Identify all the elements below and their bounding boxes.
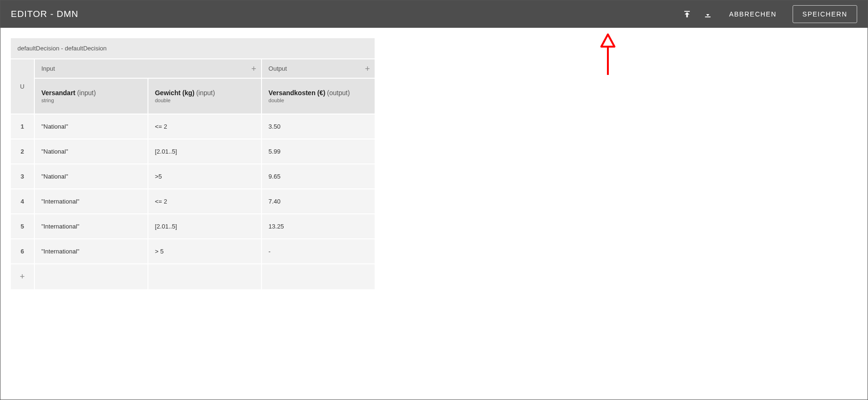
rule-cell[interactable]: -: [262, 239, 375, 263]
input-col-0-name: Versandart: [41, 89, 75, 97]
rule-cell[interactable]: 9.65: [262, 164, 375, 188]
output-group-label: Output: [269, 65, 287, 72]
rule-cell[interactable]: "National": [35, 139, 147, 163]
output-group-header: Output +: [262, 59, 375, 78]
rule-cell[interactable]: >5: [148, 164, 261, 188]
table-row: 3"National">59.65: [11, 164, 375, 188]
add-input-column-icon[interactable]: +: [251, 65, 256, 73]
rule-row-number[interactable]: 4: [11, 189, 34, 213]
output-col-0-kind: (output): [327, 89, 350, 97]
output-col-0-name: Versandkosten (€): [269, 89, 326, 97]
rule-cell[interactable]: 3.50: [262, 114, 375, 139]
input-col-0-kind: (input): [77, 89, 96, 97]
input-col-0-type: string: [41, 98, 141, 103]
rule-cell[interactable]: <= 2: [148, 114, 261, 139]
decision-table: defaultDecision - defaultDecision U Inpu…: [10, 37, 376, 290]
rule-cell[interactable]: "National": [35, 164, 147, 188]
rule-row-number[interactable]: 1: [11, 114, 34, 139]
table-row: 6"International"> 5-: [11, 239, 375, 263]
rule-cell[interactable]: "International": [35, 214, 147, 238]
input-group-label: Input: [41, 65, 55, 72]
add-rule-cell-1: [148, 264, 261, 289]
input-col-1-header[interactable]: Gewicht (kg) (input) double: [148, 79, 261, 114]
rule-row-number[interactable]: 5: [11, 214, 34, 238]
cancel-button[interactable]: ABBRECHEN: [723, 6, 782, 23]
rule-cell[interactable]: 13.25: [262, 214, 375, 238]
rule-cell[interactable]: [2.01..5]: [148, 139, 261, 163]
output-col-0-header[interactable]: Versandkosten (€) (output) double: [262, 79, 375, 114]
rule-cell[interactable]: [2.01..5]: [148, 214, 261, 238]
input-col-0-header[interactable]: Versandart (input) string: [35, 79, 147, 114]
rule-cell[interactable]: "International": [35, 189, 147, 213]
table-row: 1"National"<= 23.50: [11, 114, 375, 139]
rule-cell[interactable]: 7.40: [262, 189, 375, 213]
download-icon[interactable]: [703, 9, 713, 19]
header-actions: ABBRECHEN SPEICHERN: [682, 5, 857, 23]
rule-cell[interactable]: "International": [35, 239, 147, 263]
table-row: 4"International"<= 27.40: [11, 189, 375, 213]
add-rule-cell-2: [262, 264, 375, 289]
rule-row-number[interactable]: 6: [11, 239, 34, 263]
output-col-0-type: double: [269, 98, 368, 103]
table-row: 5"International"[2.01..5]13.25: [11, 214, 375, 238]
rule-cell[interactable]: > 5: [148, 239, 261, 263]
add-rule-row-icon[interactable]: +: [11, 264, 34, 289]
header-bar: EDITOR - DMN ABBRECHEN SPEICHERN: [0, 0, 868, 28]
table-row: 2"National"[2.01..5]5.99: [11, 139, 375, 163]
hit-policy-cell[interactable]: U: [11, 59, 34, 114]
rule-row-number[interactable]: 3: [11, 164, 34, 188]
rule-cell[interactable]: <= 2: [148, 189, 261, 213]
input-col-1-type: double: [155, 98, 254, 103]
add-output-column-icon[interactable]: +: [365, 65, 370, 73]
upload-icon[interactable]: [682, 9, 692, 19]
input-group-header: Input +: [35, 59, 261, 78]
rule-cell[interactable]: 5.99: [262, 139, 375, 163]
add-rule-cell-0: [35, 264, 147, 289]
input-col-1-kind: (input): [196, 89, 215, 97]
input-col-1-name: Gewicht (kg): [155, 89, 195, 97]
app-title: EDITOR - DMN: [11, 9, 79, 19]
save-button[interactable]: SPEICHERN: [793, 5, 857, 23]
rule-cell[interactable]: "National": [35, 114, 147, 139]
rule-row-number[interactable]: 2: [11, 139, 34, 163]
decision-table-wrap: defaultDecision - defaultDecision U Inpu…: [0, 28, 868, 300]
decision-title[interactable]: defaultDecision - defaultDecision: [11, 38, 375, 58]
